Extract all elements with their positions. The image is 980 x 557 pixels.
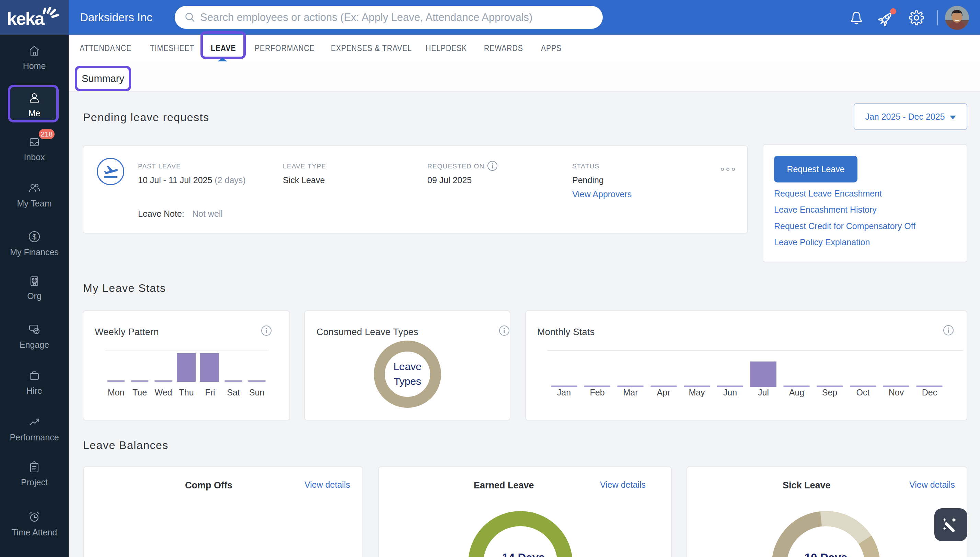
svg-text:$: $ [32, 233, 36, 241]
svg-text:keka: keka [7, 8, 45, 28]
